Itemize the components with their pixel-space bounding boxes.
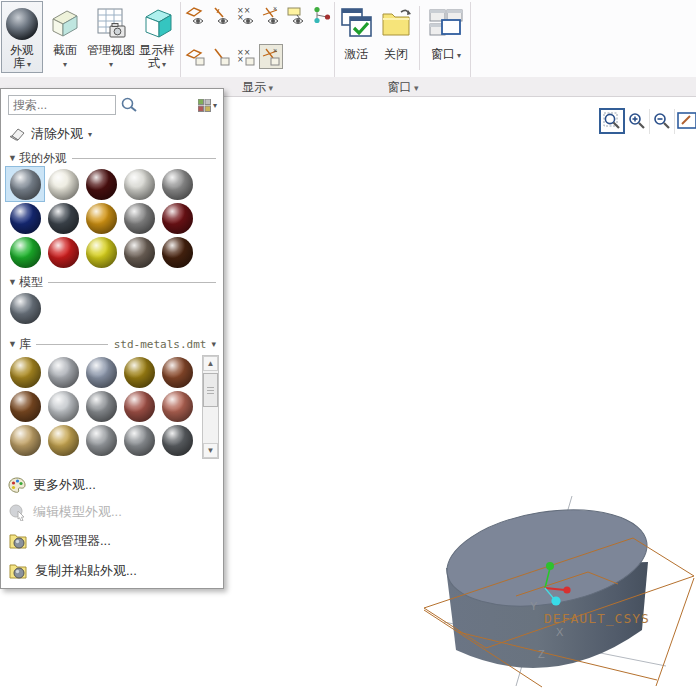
clear-appearance-button[interactable]: 清除外观 ▾ bbox=[8, 123, 92, 145]
appearance-swatch-slate-texture[interactable] bbox=[44, 201, 82, 235]
creo-window: { "ribbon": { "gallery_button": { "line1… bbox=[0, 0, 696, 688]
appearance-swatch-gold-metal[interactable] bbox=[44, 423, 82, 457]
sphere-steel-gray bbox=[86, 391, 117, 422]
collapse-triangle-icon: ▼ bbox=[8, 153, 17, 163]
plane-display-toggle[interactable] bbox=[184, 3, 208, 28]
point-display-icon: ×× × bbox=[235, 5, 257, 27]
close-window-button[interactable]: 关闭 bbox=[377, 2, 415, 72]
appearance-swatch-silver[interactable] bbox=[44, 355, 82, 389]
appearance-swatch-brass[interactable] bbox=[6, 355, 44, 389]
zoom-in-icon bbox=[627, 111, 647, 131]
appearance-swatch-matte-light-gray[interactable] bbox=[120, 167, 158, 201]
appearance-swatch-yellow[interactable] bbox=[82, 235, 120, 269]
appearance-swatch-light-copper[interactable] bbox=[158, 389, 196, 423]
sphere-red-copper bbox=[124, 391, 155, 422]
point-display-toggle[interactable]: ×× × bbox=[234, 3, 258, 28]
appearance-swatch-marble[interactable] bbox=[120, 235, 158, 269]
zoom-in-button[interactable] bbox=[625, 109, 650, 134]
appearance-swatch-gold[interactable] bbox=[82, 201, 120, 235]
library-caret-icon[interactable]: ▾ bbox=[211, 339, 216, 349]
appearance-swatch-steel-blue[interactable] bbox=[82, 355, 120, 389]
axis-y-handle[interactable] bbox=[546, 562, 554, 570]
axis-x-handle[interactable] bbox=[563, 586, 570, 593]
csys-name-label[interactable]: DEFAULT_CSYS bbox=[544, 611, 650, 626]
axis-tag-toggle[interactable] bbox=[209, 44, 233, 69]
csys-display-toggle[interactable]: × bbox=[259, 3, 283, 28]
appearance-gallery-label: 外观 库 bbox=[10, 44, 34, 71]
clear-caret-icon: ▾ bbox=[88, 130, 92, 139]
axis-display-toggle[interactable] bbox=[209, 3, 233, 28]
sphere-dark-blue bbox=[10, 203, 41, 234]
library-header[interactable]: ▼ 库 std-metals.dmt ▾ bbox=[8, 337, 216, 351]
more-appearances-menu-item[interactable]: 更多外观... bbox=[8, 473, 216, 497]
appearance-swatch-green[interactable] bbox=[6, 235, 44, 269]
plane-tag-toggle[interactable] bbox=[184, 44, 208, 69]
appearance-swatch-dark-maroon[interactable] bbox=[82, 167, 120, 201]
eraser-icon bbox=[8, 127, 26, 141]
point-tag-icon: ×× × bbox=[235, 46, 257, 68]
appearance-swatch-red[interactable] bbox=[44, 235, 82, 269]
library-file-label[interactable]: std-metals.dmt bbox=[114, 338, 207, 351]
appearance-swatch-copper-brown[interactable] bbox=[158, 355, 196, 389]
display-style-cube-icon bbox=[138, 4, 176, 44]
zoom-box-button[interactable] bbox=[599, 108, 625, 134]
appearance-swatch-bright-silver[interactable] bbox=[44, 389, 82, 423]
sphere-dark-brass bbox=[124, 357, 155, 388]
appearance-swatch-default-gray[interactable] bbox=[6, 167, 44, 201]
manage-views-button[interactable]: 管理视图▾ bbox=[86, 1, 136, 73]
appearance-swatch-dark-steel[interactable] bbox=[158, 423, 196, 457]
plane-tag-icon bbox=[185, 46, 207, 68]
zoom-box-icon bbox=[602, 111, 622, 131]
activate-button[interactable]: 激活 bbox=[338, 2, 374, 72]
display-style-button[interactable]: 显示样 式 bbox=[136, 1, 178, 73]
window-group-label[interactable]: 窗口 bbox=[336, 79, 470, 96]
scroll-up-button[interactable]: ▲ bbox=[203, 356, 218, 371]
appearance-swatch-steel-gray[interactable] bbox=[82, 389, 120, 423]
scroll-thumb[interactable] bbox=[203, 373, 218, 407]
header-rule bbox=[36, 344, 108, 345]
model-grid bbox=[6, 291, 44, 325]
sections-button[interactable]: 截面▾ bbox=[46, 1, 84, 73]
edit-model-appearance-label: 编辑模型外观... bbox=[33, 503, 122, 521]
appearance-manager-menu-item[interactable]: 外观管理器... bbox=[8, 529, 216, 553]
sphere-slate-texture bbox=[48, 203, 79, 234]
zoom-out-button[interactable] bbox=[650, 109, 675, 134]
appearance-swatch-dark-brown[interactable] bbox=[158, 235, 196, 269]
appearance-swatch-steel[interactable] bbox=[120, 423, 158, 457]
scroll-down-button[interactable]: ▼ bbox=[203, 443, 218, 458]
search-icon[interactable] bbox=[120, 96, 138, 114]
model-viewport[interactable]: Y X Z DEFAULT_CSYS bbox=[420, 480, 696, 688]
spin-center-toggle[interactable] bbox=[309, 3, 333, 28]
my-appearances-header[interactable]: ▼ 我的外观 bbox=[8, 151, 216, 165]
appearance-swatch-white[interactable] bbox=[44, 167, 82, 201]
axis-z-handle[interactable] bbox=[551, 596, 560, 605]
appearance-gallery-button[interactable]: 外观 库 bbox=[1, 1, 43, 73]
windows-button[interactable]: 窗口 bbox=[424, 2, 468, 72]
appearance-swatch-red-copper[interactable] bbox=[120, 389, 158, 423]
arrange-icons-button[interactable]: ▾ bbox=[198, 99, 217, 112]
appearance-swatch-dark-red[interactable] bbox=[158, 201, 196, 235]
model-header[interactable]: ▼ 模型 bbox=[8, 275, 216, 289]
appearance-swatch-bronze[interactable] bbox=[6, 389, 44, 423]
csys-display-icon: × bbox=[260, 5, 282, 27]
appearance-swatch-pale-gold[interactable] bbox=[6, 423, 44, 457]
sphere-bronze bbox=[10, 391, 41, 422]
copy-paste-appearance-menu-item[interactable]: 复制并粘贴外观... bbox=[8, 559, 216, 583]
zoom-out-icon bbox=[652, 111, 672, 131]
appearance-swatch-gray[interactable] bbox=[158, 167, 196, 201]
spin-center-icon bbox=[310, 5, 332, 27]
appearance-swatch-model-gray[interactable] bbox=[6, 291, 44, 325]
annotation-display-toggle[interactable] bbox=[284, 3, 308, 28]
search-input[interactable] bbox=[8, 95, 116, 115]
appearance-swatch-dark-brass[interactable] bbox=[120, 355, 158, 389]
appearance-swatch-dark-blue[interactable] bbox=[6, 201, 44, 235]
sections-label: 截面▾ bbox=[53, 44, 77, 70]
repaint-button[interactable] bbox=[675, 109, 696, 134]
header-rule bbox=[48, 282, 216, 283]
library-grid bbox=[6, 355, 196, 457]
appearance-swatch-nickel[interactable] bbox=[82, 423, 120, 457]
appearance-swatch-mid-gray[interactable] bbox=[120, 201, 158, 235]
point-tag-toggle[interactable]: ×× × bbox=[234, 44, 258, 69]
csys-tag-toggle[interactable]: × bbox=[259, 44, 283, 69]
library-scrollbar[interactable]: ▲ ▼ bbox=[202, 355, 219, 459]
